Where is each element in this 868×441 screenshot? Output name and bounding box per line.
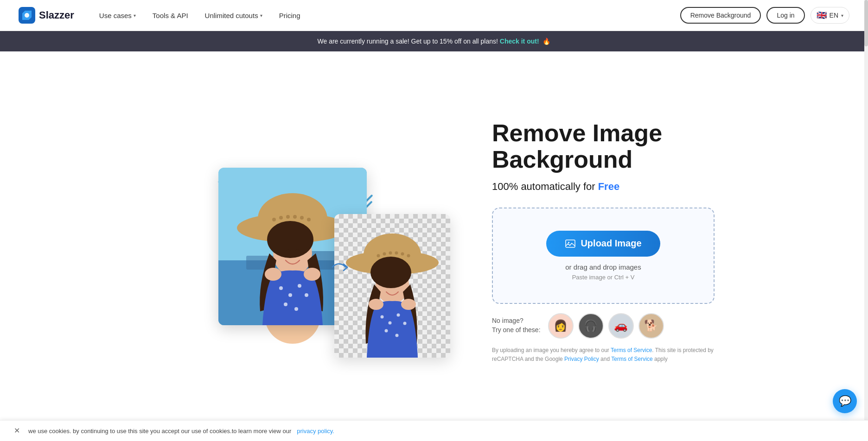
free-label: Free [598, 181, 619, 192]
svg-point-41 [401, 299, 416, 310]
svg-point-8 [272, 218, 276, 221]
svg-point-26 [377, 254, 380, 258]
svg-point-43 [568, 242, 569, 243]
sample-images-section: No image? Try one of these: 👩 🎧 🚗 🐕 [492, 313, 715, 339]
svg-point-16 [279, 286, 283, 290]
svg-point-10 [286, 215, 290, 219]
drag-drop-text: or drag and drop images [508, 263, 699, 271]
paste-hint-text: Paste image or Ctrl + V [508, 274, 699, 281]
cookie-close-button[interactable]: ✕ [11, 427, 23, 432]
sale-banner: We are currently running a sale! Get up … [0, 31, 868, 51]
svg-point-34 [381, 315, 384, 319]
logo-text: Slazzer [39, 9, 74, 21]
nav-use-cases[interactable]: Use cases ▾ [93, 8, 142, 23]
hero-subtitle: 100% automatically for Free [492, 181, 715, 193]
hero-section: Remove Image Background 100% automatical… [109, 51, 759, 432]
svg-point-1 [25, 13, 29, 18]
svg-point-18 [298, 284, 301, 288]
nav-actions: Remove Background Log in 🇬🇧 EN ▾ [680, 7, 849, 24]
svg-point-12 [300, 216, 304, 220]
sample-dog-image[interactable]: 🐕 [638, 313, 664, 339]
slazzer-logo-icon [19, 7, 35, 24]
logo-link[interactable]: Slazzer [19, 7, 74, 24]
remove-background-button[interactable]: Remove Background [680, 7, 761, 24]
svg-point-36 [397, 314, 400, 317]
terms-text: By uploading an image you hereby agree t… [492, 346, 715, 364]
svg-point-15 [267, 221, 313, 258]
svg-point-40 [369, 299, 383, 310]
scrollbar-thumb[interactable] [864, 0, 868, 46]
privacy-policy-cookie-link[interactable]: privacy policy. [297, 428, 334, 433]
sample-image-list: 👩 🎧 🚗 🐕 [548, 313, 664, 339]
hero-illustration [153, 121, 455, 362]
svg-point-31 [407, 254, 410, 258]
chevron-down-icon-lang: ▾ [841, 13, 843, 18]
svg-point-33 [370, 257, 411, 288]
flag-icon: 🇬🇧 [817, 10, 827, 20]
svg-point-19 [305, 293, 308, 297]
hero-content: Remove Image Background 100% automatical… [492, 120, 715, 364]
svg-point-23 [304, 268, 320, 281]
svg-rect-42 [566, 240, 575, 247]
svg-point-17 [288, 293, 292, 297]
result-photo-card [334, 214, 450, 358]
svg-point-37 [403, 322, 407, 325]
terms-of-service-link-1[interactable]: Terms of Service [611, 347, 652, 353]
navbar: Slazzer Use cases ▾ Tools & API Unlimite… [0, 0, 868, 31]
chevron-down-icon: ▾ [134, 13, 136, 18]
svg-point-30 [401, 252, 404, 256]
upload-image-icon [565, 238, 576, 249]
svg-point-20 [284, 302, 287, 306]
no-image-label: No image? Try one of these: [492, 316, 541, 334]
login-button[interactable]: Log in [766, 7, 804, 24]
nav-pricing[interactable]: Pricing [273, 8, 307, 23]
sample-headphones-image[interactable]: 🎧 [578, 313, 604, 339]
fire-emoji: 🔥 [542, 38, 550, 45]
svg-point-38 [385, 329, 388, 333]
svg-point-13 [307, 218, 311, 221]
svg-point-39 [396, 334, 399, 337]
language-selector[interactable]: 🇬🇧 EN ▾ [811, 7, 849, 24]
privacy-policy-link[interactable]: Privacy Policy [564, 356, 599, 362]
svg-point-35 [389, 321, 392, 325]
sample-person-image[interactable]: 👩 [548, 313, 574, 339]
upload-dropzone[interactable]: Upload Image or drag and drop images Pas… [492, 208, 715, 304]
chevron-down-icon-2: ▾ [260, 13, 262, 18]
sale-link[interactable]: Check it out! [500, 38, 541, 45]
svg-point-11 [293, 215, 297, 219]
cookie-bar: ✕ we use cookies. by continuing to use t… [0, 420, 868, 432]
hero-title: Remove Image Background [492, 120, 715, 173]
transformation-arrow [330, 256, 353, 279]
chat-icon: 💬 [839, 395, 851, 407]
terms-of-service-link-2[interactable]: Terms of Service [611, 356, 652, 362]
svg-point-28 [389, 252, 392, 255]
upload-image-button[interactable]: Upload Image [546, 231, 660, 257]
chat-support-button[interactable]: 💬 [833, 389, 857, 413]
svg-point-9 [279, 216, 283, 220]
nav-links: Use cases ▾ Tools & API Unlimited cutout… [93, 8, 680, 23]
scrollbar-track[interactable] [864, 0, 868, 432]
svg-point-27 [383, 252, 386, 256]
nav-tools-api[interactable]: Tools & API [146, 8, 195, 23]
svg-point-29 [395, 252, 398, 255]
sample-car-image[interactable]: 🚗 [608, 313, 634, 339]
svg-point-22 [265, 268, 281, 281]
svg-point-21 [294, 307, 298, 311]
nav-unlimited-cutouts[interactable]: Unlimited cutouts ▾ [198, 8, 269, 23]
